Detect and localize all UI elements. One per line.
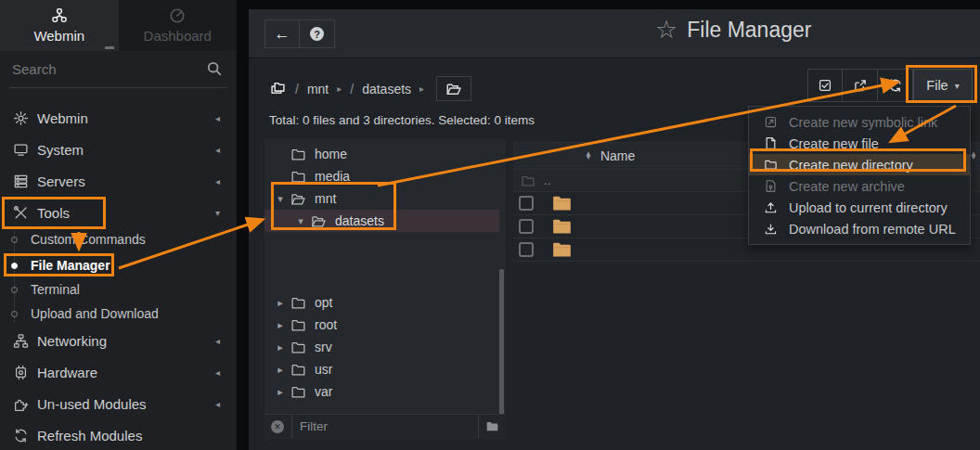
tree-item-opt[interactable]: ▸ opt [264, 291, 499, 314]
titlebar: ← ? ☆ File Manager [249, 9, 980, 58]
breadcrumb-segment-datasets[interactable]: datasets [362, 82, 411, 96]
row-checkbox[interactable] [519, 242, 534, 257]
chip-icon [11, 365, 30, 380]
sidebar-item-label: System [37, 142, 84, 158]
menu-item-upload[interactable]: Upload to current directory [749, 197, 970, 218]
menu-item-create-archive[interactable]: Create new archive [749, 175, 970, 197]
menu-item-label: Upload to current directory [789, 200, 948, 215]
tree-item-media[interactable]: media [264, 165, 499, 187]
tab-dashboard[interactable]: Dashboard [119, 0, 238, 51]
tree-item-var[interactable]: ▸ var [264, 380, 499, 403]
sidebar-item-label: Servers [37, 174, 85, 189]
bullet-icon [11, 311, 18, 317]
caret-down-icon[interactable]: ▾ [274, 193, 287, 205]
page-title: File Manager [687, 18, 811, 43]
file-dropdown-menu: Create new symbolic link Create new file… [748, 106, 971, 245]
help-icon: ? [310, 27, 324, 41]
tree-item-srv[interactable]: ▸ srv [264, 336, 499, 358]
sidebar-search[interactable]: Search [9, 51, 227, 88]
folder-icon [552, 218, 572, 235]
tree-scrollbar[interactable] [499, 269, 504, 429]
menu-item-label: Download from remote URL [789, 222, 956, 237]
row-checkbox[interactable] [519, 196, 534, 211]
menu-item-label: Create new symbolic link [789, 115, 937, 130]
back-button[interactable]: ← [264, 19, 300, 48]
sidebar-item-networking[interactable]: Networking ◂ [0, 327, 237, 354]
row-checkbox[interactable] [519, 219, 534, 234]
sort-icon[interactable]: ▲▼ [585, 152, 592, 161]
sidebar-item-upload-download[interactable]: Upload and Download [0, 302, 237, 325]
caret-right-icon[interactable]: ▸ [274, 319, 287, 331]
tree-item-usr[interactable]: ▸ usr [264, 358, 499, 380]
menu-item-create-file[interactable]: Create new file [749, 133, 970, 154]
tree-item-label: var [315, 384, 332, 399]
filter-folder-button[interactable] [478, 415, 506, 438]
chevron-left-icon: ◂ [215, 145, 220, 155]
tree-item-label: home [315, 147, 347, 161]
filter-input[interactable]: Filter [291, 415, 478, 438]
folder-closed-icon [290, 362, 306, 378]
menu-item-label: Create new archive [789, 179, 905, 194]
sidebar-item-label: Refresh Modules [37, 428, 142, 444]
tab-webmin[interactable]: Webmin [0, 0, 119, 51]
sidebar-item-refresh-modules[interactable]: Refresh Modules [0, 421, 237, 449]
folder-open-icon [290, 191, 306, 207]
sidebar-item-webmin[interactable]: Webmin ◂ [0, 104, 237, 132]
archive-icon [763, 179, 778, 193]
breadcrumb-root2[interactable]: / [350, 82, 354, 96]
breadcrumb-segment-mnt[interactable]: mnt [307, 82, 329, 96]
bullet-icon [11, 287, 18, 293]
file-menu-button[interactable]: File ▾ [913, 69, 973, 102]
tree-item-root[interactable]: ▸ root [264, 314, 499, 336]
menu-item-label: Create new directory [789, 158, 913, 173]
download-icon [763, 222, 778, 236]
sidebar-item-servers[interactable]: Servers ◂ [0, 167, 237, 195]
tree-filter-bar: ✕ Filter [264, 414, 506, 438]
clear-filter-icon[interactable]: ✕ [271, 420, 284, 433]
caret-right-icon: ▸ [419, 84, 424, 94]
name-column-header[interactable]: Name [600, 148, 635, 163]
network-icon [11, 333, 30, 349]
sidebar-item-unused-modules[interactable]: Un-used Modules ◂ [0, 390, 237, 418]
refresh-button[interactable] [878, 69, 913, 102]
sort-icon-right[interactable]: ▲▼ [970, 152, 977, 161]
help-button[interactable]: ? [300, 19, 335, 48]
star-icon[interactable]: ☆ [655, 18, 677, 43]
sidebar-item-hardware[interactable]: Hardware ◂ [0, 358, 237, 386]
caret-right-icon[interactable]: ▸ [274, 297, 287, 309]
tree-item-label: mnt [315, 191, 336, 206]
menu-item-label: Create new file [789, 136, 879, 151]
open-directory-button[interactable] [436, 76, 471, 101]
tree-item-label: datasets [335, 213, 384, 228]
file-menu-label: File [926, 78, 948, 93]
export-button[interactable] [843, 69, 878, 102]
breadcrumb-root[interactable]: / [295, 82, 299, 96]
caret-right-icon[interactable]: ▸ [274, 341, 287, 354]
sidebar-item-tools[interactable]: Tools ▾ [0, 199, 237, 226]
refresh-icon [888, 78, 903, 93]
nav-button-group: ← ? [264, 19, 335, 48]
gear-icon [11, 110, 30, 126]
sidebar: Webmin Dashboard Search Webmin ◂ System … [0, 0, 237, 450]
sidebar-tabs: Webmin Dashboard [0, 0, 237, 51]
tree-item-datasets[interactable]: ▾ datasets [264, 210, 499, 232]
puzzle-icon [11, 396, 30, 412]
caret-down-icon[interactable]: ▾ [294, 215, 307, 227]
search-input[interactable]: Search [12, 61, 57, 77]
tree-item-home[interactable]: home [264, 143, 499, 165]
select-all-button[interactable] [807, 69, 843, 102]
sidebar-item-file-manager[interactable]: File Manager [0, 254, 237, 276]
caret-right-icon[interactable]: ▸ [274, 386, 287, 398]
tree-item-mnt[interactable]: ▾ mnt [264, 187, 499, 210]
sidebar-item-system[interactable]: System ◂ [0, 135, 237, 163]
sidebar-item-terminal[interactable]: Terminal [0, 278, 237, 301]
sidebar-item-custom-commands[interactable]: Custom Commands [0, 228, 237, 251]
menu-item-download[interactable]: Download from remote URL [749, 218, 970, 239]
menu-item-create-symlink[interactable]: Create new symbolic link [749, 111, 970, 133]
caret-right-icon[interactable]: ▸ [274, 364, 287, 376]
share-arrow-icon [853, 78, 868, 93]
folder-open-icon [311, 213, 327, 229]
sidebar-item-label: Networking [37, 333, 107, 349]
folder-closed-icon [290, 169, 306, 185]
menu-item-create-directory[interactable]: Create new directory [749, 154, 970, 175]
